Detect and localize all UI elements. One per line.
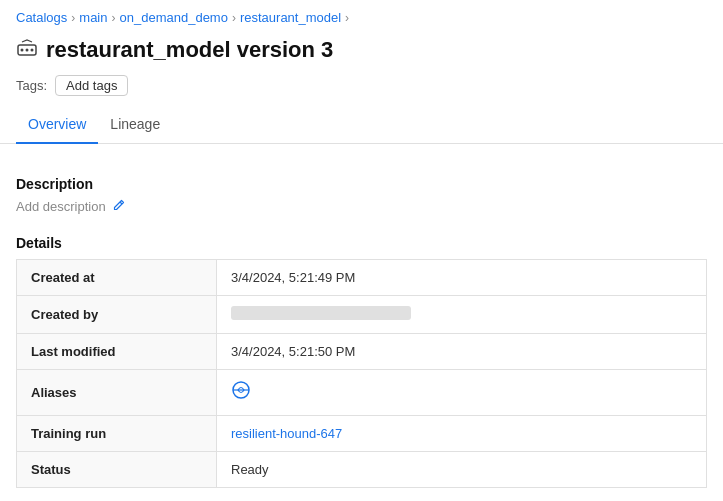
row-value-training-run: resilient-hound-647 [217, 416, 707, 452]
tags-row: Tags: Add tags [0, 71, 723, 108]
row-key-training-run: Training run [17, 416, 217, 452]
training-run-link[interactable]: resilient-hound-647 [231, 426, 342, 441]
description-section-title: Description [16, 176, 707, 192]
table-row: Created by [17, 296, 707, 334]
edit-description-icon[interactable] [112, 198, 126, 215]
model-icon [16, 39, 38, 61]
details-table: Created at 3/4/2024, 5:21:49 PM Created … [16, 259, 707, 488]
svg-point-2 [26, 49, 29, 52]
details-section: Details Created at 3/4/2024, 5:21:49 PM … [16, 235, 707, 488]
row-key-created-at: Created at [17, 260, 217, 296]
tags-label: Tags: [16, 78, 47, 93]
table-row: Aliases [17, 370, 707, 416]
redacted-bar [231, 306, 411, 320]
breadcrumb-catalogs[interactable]: Catalogs [16, 10, 67, 25]
details-section-title: Details [16, 235, 707, 251]
tab-lineage[interactable]: Lineage [98, 108, 172, 144]
breadcrumb-sep-4: › [345, 11, 349, 25]
breadcrumb-sep-2: › [112, 11, 116, 25]
description-row: Add description [16, 198, 707, 215]
row-value-status: Ready [217, 452, 707, 488]
row-key-created-by: Created by [17, 296, 217, 334]
row-value-last-modified: 3/4/2024, 5:21:50 PM [217, 334, 707, 370]
add-tags-button[interactable]: Add tags [55, 75, 128, 96]
page-title: restaurant_model version 3 [46, 37, 333, 63]
row-key-status: Status [17, 452, 217, 488]
table-row: Training run resilient-hound-647 [17, 416, 707, 452]
table-row: Last modified 3/4/2024, 5:21:50 PM [17, 334, 707, 370]
row-key-last-modified: Last modified [17, 334, 217, 370]
row-value-created-at: 3/4/2024, 5:21:49 PM [217, 260, 707, 296]
page-header: restaurant_model version 3 [0, 31, 723, 71]
breadcrumb-on-demand-demo[interactable]: on_demand_demo [120, 10, 228, 25]
description-section: Description Add description [16, 176, 707, 215]
alias-icon[interactable] [231, 384, 251, 404]
svg-point-1 [21, 49, 24, 52]
row-key-aliases: Aliases [17, 370, 217, 416]
tab-overview[interactable]: Overview [16, 108, 98, 144]
svg-point-3 [31, 49, 34, 52]
add-description-placeholder: Add description [16, 199, 106, 214]
content-area: Description Add description Details Crea… [0, 144, 723, 488]
breadcrumb-sep-1: › [71, 11, 75, 25]
breadcrumb-restaurant-model[interactable]: restaurant_model [240, 10, 341, 25]
tabs: Overview Lineage [0, 108, 723, 144]
table-row: Status Ready [17, 452, 707, 488]
row-value-created-by [217, 296, 707, 334]
breadcrumb-main[interactable]: main [79, 10, 107, 25]
row-value-aliases [217, 370, 707, 416]
table-row: Created at 3/4/2024, 5:21:49 PM [17, 260, 707, 296]
breadcrumb-sep-3: › [232, 11, 236, 25]
breadcrumb: Catalogs › main › on_demand_demo › resta… [0, 0, 723, 31]
